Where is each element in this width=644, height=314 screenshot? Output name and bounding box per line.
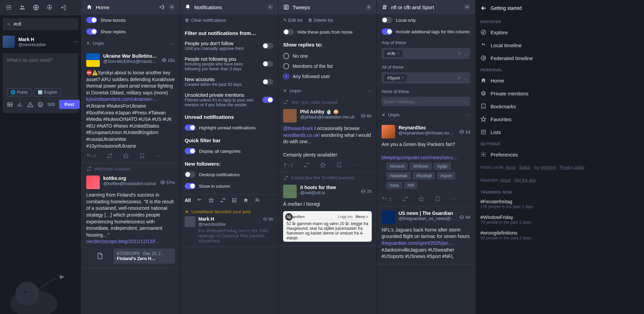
trend-item[interactable]: #Fensterfreitag176 people in the past 2 … [476,196,644,212]
nav-left-icon[interactable]: ‹ [367,88,369,93]
tag-input-any[interactable]: #cfb ✕✕⌄ [382,48,470,59]
menu-icon[interactable] [5,4,12,11]
link-preferences[interactable]: Preferences [476,148,644,161]
post[interactable]: kottke.org @kottke@mastodon.social 57m L… [81,171,180,268]
bookmark-button[interactable] [336,162,342,168]
hashtag-pill[interactable]: #sport [437,172,455,180]
link-bookmarks[interactable]: Bookmarks [476,100,644,113]
clear-icon[interactable]: ✕ [457,51,461,56]
footer-link[interactable]: About [505,165,516,170]
favorite-button[interactable] [418,196,424,202]
hashtag-pill[interactable]: #infosec [410,163,432,170]
link-explore[interactable]: Explore [476,26,644,39]
bookmark-button[interactable] [435,196,441,202]
bookmark-button[interactable] [139,153,145,159]
toggle[interactable] [262,61,273,67]
language-chip[interactable]: 🔤 English [34,88,61,96]
favorite-button[interactable] [123,153,129,159]
toggle-hide-posts[interactable] [283,29,294,35]
avatar[interactable] [86,176,100,189]
tab-mentions-icon[interactable] [197,198,202,203]
toggle[interactable] [262,97,273,103]
footer-link[interactable]: directory [540,165,556,170]
nav-right-icon[interactable]: › [370,88,372,93]
avatar[interactable] [382,210,395,224]
avatar[interactable] [283,109,297,123]
attach-icon[interactable] [7,101,13,108]
post-link[interactable]: bleepingcomputer.com/news/secu… [382,155,458,160]
link-card[interactable]: ECOSCOPE · Dec 13, 2… Finland's Zero H… [86,248,175,264]
trend-item[interactable]: #WindowFriday79 people in the past 2 day… [476,212,644,227]
settings-icon[interactable] [46,4,53,11]
tab-status-icon[interactable] [243,198,249,203]
edit-list[interactable]: ✎ Edit list [283,18,302,23]
people-icon[interactable] [19,4,26,11]
column-settings-icon[interactable] [366,4,372,10]
tag-input-none[interactable]: ⌄ [382,97,470,106]
tag-input-field[interactable] [384,99,461,104]
avatar[interactable] [283,185,297,198]
getting-started-header[interactable]: Getting started [476,0,644,16]
toggle[interactable] [262,79,273,85]
hashtag-pill[interactable]: #dataleak [386,172,411,180]
reply-button[interactable]: 2 [283,162,293,168]
tab-favorites-icon[interactable] [208,198,214,203]
hide-media-icon[interactable] [285,213,293,221]
radio-any[interactable]: Any followed user [283,71,372,81]
post-link[interactable]: woodlands.co.uk/ [283,132,320,138]
boost-button[interactable] [303,162,310,168]
link-favorites[interactable]: Favorites [476,113,644,126]
back-arrow-icon[interactable] [480,5,487,12]
post[interactable]: Phil Ashby 🍵 🧅 @phlash@mastodon.me.uk 6h… [278,105,376,172]
globe-icon[interactable] [33,4,39,11]
footer-link[interactable]: Status [519,165,531,170]
toggle-local-only[interactable] [382,17,392,23]
toggle[interactable] [185,148,196,154]
hashtag-pill[interactable]: #gdpr [434,163,451,170]
link-local[interactable]: Local timeline [476,39,644,52]
favorite-button[interactable] [320,162,326,168]
search-input[interactable] [14,21,74,27]
toggle[interactable] [262,43,273,49]
hashtag-pill[interactable]: #usa [386,182,402,189]
toggle-show-replies[interactable] [86,29,97,35]
chevron-down-icon[interactable]: ⌄ [463,75,467,81]
tag-input-all[interactable]: #Sport ✕✕⌄ [382,72,470,84]
boost-button[interactable] [402,196,408,202]
clear-notifications[interactable]: 🗑 Clear notifications [180,14,278,26]
column-settings-icon[interactable] [267,4,273,10]
tab-polls-icon[interactable] [232,198,237,203]
nav-right-icon[interactable]: › [469,112,470,117]
link-home[interactable]: Home [476,74,644,87]
column-settings-icon[interactable] [464,4,470,10]
avatar[interactable] [86,53,100,67]
visibility-chip[interactable]: 🌐 Public [7,88,32,96]
notification-item[interactable]: ★ LindaMarie favorited your post Mark H … [180,206,278,247]
trend-item[interactable]: #wrongdefinitions90 people in the past 2… [476,227,644,243]
profile-more-icon[interactable]: ⋯ [74,39,78,44]
footer-link[interactable]: Privacy policy [560,165,585,170]
hashtag-pill[interactable]: #breach [386,163,408,170]
chevron-down-icon[interactable]: ⌄ [463,99,467,104]
tab-follows-icon[interactable] [255,198,260,203]
more-button[interactable]: ⋯ [155,153,160,159]
more-button[interactable]: ⋯ [352,162,357,168]
post-link[interactable]: theguardian.com/sport/2025/jan… [382,240,453,246]
post[interactable]: it hoots for thee @owl@u8.is 2h Á meðan … [278,181,376,246]
cw-icon[interactable] [27,101,33,108]
avatar[interactable] [382,125,395,138]
radio-members[interactable]: Members of the list [283,61,372,71]
chevron-down-icon[interactable]: ⌄ [463,51,467,56]
nav-left-icon[interactable]: ‹ [170,41,172,46]
tab-boosts-icon[interactable] [220,198,225,203]
column-settings-icon[interactable] [169,4,175,10]
unpin-row[interactable]: ✕ Unpin‹› [81,37,180,49]
post-link[interactable]: kyivindependent.com/ukrainian-… [86,96,158,102]
post[interactable]: Ukraine War Bulletins and … @SocraticEth… [81,49,180,163]
toggle[interactable] [185,171,196,178]
nav-right-icon[interactable]: › [173,41,175,46]
reply-button[interactable]: 0 [86,153,96,159]
toggle[interactable] [185,183,196,189]
logout-icon[interactable] [60,4,67,11]
footer-link[interactable]: Inv [534,165,539,170]
